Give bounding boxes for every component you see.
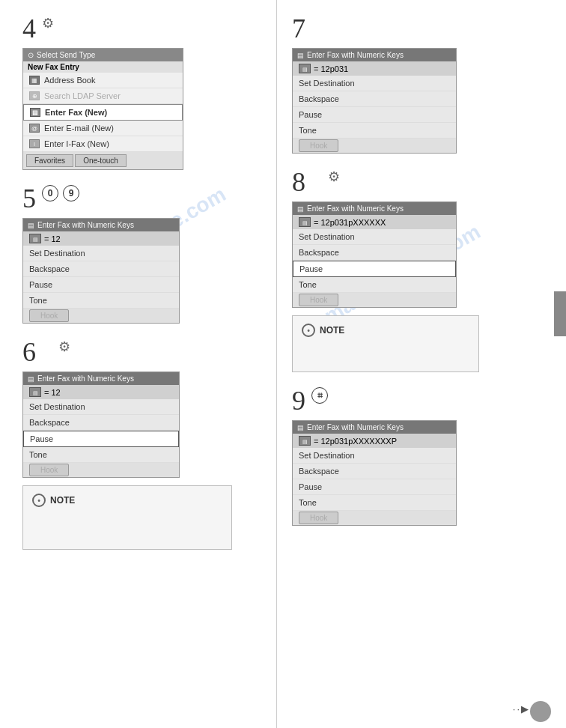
step-7-hook-btn[interactable]: Hook <box>299 139 338 152</box>
step-6-backspace[interactable]: Backspace <box>23 415 179 431</box>
step-6-gear-icon: ⚙ <box>58 339 70 355</box>
page: 4 ⚙ ⊙ Select Send Type New Fax Entry ▦ A… <box>0 0 566 728</box>
step-9-input-row: ▤ = 12p031pXXXXXXXP <box>293 434 456 448</box>
step-5-panel-title-text: Enter Fax with Numeric Keys <box>37 221 134 229</box>
step-8-note-title: NOTE <box>320 325 344 336</box>
step-6-set-destination[interactable]: Set Destination <box>23 399 179 415</box>
panel-row-enter-ifax[interactable]: I Enter I-Fax (New) <box>23 136 183 152</box>
search-ldap-label: Search LDAP Server <box>44 91 121 100</box>
step-5-backspace[interactable]: Backspace <box>23 261 179 277</box>
step-7-fax-icon: ▤ <box>299 64 311 73</box>
step-7-hook-row: Hook <box>293 139 456 153</box>
step-6-note-title: NOTE <box>50 495 75 506</box>
step-4-panel-body: New Fax Entry ▦ Address Book ⊕ Search LD… <box>23 61 183 169</box>
favorites-btn[interactable]: Favorites <box>26 154 73 167</box>
fax-input-icon: ▤ <box>29 234 41 243</box>
step-6-section: 6 ⚙ ▤ Enter Fax with Numeric Keys ▤ = 12… <box>22 339 261 550</box>
step-8-fax-icon: ▤ <box>299 217 311 227</box>
step-7-number: 7 <box>292 15 305 42</box>
side-tab[interactable] <box>554 291 566 336</box>
step-5-input-value: = 12 <box>44 234 61 243</box>
step-7-panel-title: ▤ Enter Fax with Numeric Keys <box>293 49 456 61</box>
step-6-input-row: ▤ = 12 <box>23 385 179 399</box>
panel-row-enter-email[interactable]: @ Enter E-mail (New) <box>23 121 183 136</box>
step-8-hook-btn[interactable]: Hook <box>299 294 338 306</box>
step-5-fax-panel: ▤ Enter Fax with Numeric Keys ▤ = 12 Set… <box>22 218 180 324</box>
step-7-pause[interactable]: Pause <box>293 107 456 123</box>
step-5-panel-title: ▤ Enter Fax with Numeric Keys <box>23 219 179 231</box>
step-8-panel-title: ▤ Enter Fax with Numeric Keys <box>293 202 456 215</box>
step-7-backspace[interactable]: Backspace <box>293 91 456 107</box>
step-8-panel-icon: ▤ <box>297 205 304 213</box>
step-9-set-destination[interactable]: Set Destination <box>293 448 456 464</box>
step-8-panel-title-text: Enter Fax with Numeric Keys <box>307 204 404 213</box>
step-8-note-content <box>302 342 469 364</box>
enter-fax-icon: ▤ <box>30 108 40 117</box>
step-5-set-destination[interactable]: Set Destination <box>23 246 179 261</box>
step-8-note-icon: • <box>302 324 315 337</box>
key-9: 9 <box>63 185 79 201</box>
step-7-set-destination[interactable]: Set Destination <box>293 76 456 91</box>
step-8-pause[interactable]: Pause <box>293 261 456 277</box>
step-4-number: 4 <box>22 15 36 42</box>
panel-row-enter-fax[interactable]: ▤ Enter Fax (New) <box>23 104 183 121</box>
step-9-hook-btn[interactable]: Hook <box>299 512 338 524</box>
step-9-section: 9 ⌗ ▤ Enter Fax with Numeric Keys ▤ = 12… <box>292 387 551 526</box>
step-8-tone[interactable]: Tone <box>293 277 456 293</box>
enter-email-label: Enter E-mail (New) <box>44 124 114 133</box>
step-5-number: 5 <box>22 185 36 212</box>
step-9-pause[interactable]: Pause <box>293 479 456 495</box>
address-book-icon: ▦ <box>29 76 40 85</box>
left-column: 4 ⚙ ⊙ Select Send Type New Fax Entry ▦ A… <box>0 0 277 728</box>
ldap-icon: ⊕ <box>29 91 40 100</box>
nav-circle[interactable] <box>530 701 551 722</box>
panel-footer: Favorites One-touch <box>23 152 183 169</box>
step-6-panel-title: ▤ Enter Fax with Numeric Keys <box>23 372 179 385</box>
step-6-number: 6 <box>22 339 36 365</box>
step-9-number: 9 <box>292 387 305 414</box>
address-book-label: Address Book <box>44 76 95 85</box>
step-5-section: 5 0 9 ▤ Enter Fax with Numeric Keys ▤ = … <box>22 185 261 324</box>
step-7-tone[interactable]: Tone <box>293 123 456 139</box>
step-6-header: 6 ⚙ <box>22 339 261 365</box>
step-7-input-row: ▤ = 12p031 <box>293 61 456 76</box>
step-6-hook-btn[interactable]: Hook <box>29 464 69 476</box>
step-8-set-destination[interactable]: Set Destination <box>293 229 456 245</box>
step-9-header: 9 ⌗ <box>292 387 551 414</box>
step-9-fax-icon: ▤ <box>299 436 311 446</box>
nav-arrows: · · ▶ <box>513 703 529 715</box>
step-9-tone[interactable]: Tone <box>293 495 456 511</box>
step-6-input-value: = 12 <box>44 388 61 397</box>
step-5-hook-row: Hook <box>23 309 179 323</box>
enter-fax-label: Enter Fax (New) <box>45 108 107 117</box>
step-6-pause[interactable]: Pause <box>23 431 179 447</box>
step-8-note-box: • NOTE <box>292 315 479 372</box>
step-9-panel-title-text: Enter Fax with Numeric Keys <box>307 423 404 431</box>
step-5-tone[interactable]: Tone <box>23 293 179 309</box>
step-5-pause[interactable]: Pause <box>23 277 179 293</box>
step-4-header: 4 ⚙ <box>22 15 261 42</box>
step-6-hook-row: Hook <box>23 463 179 477</box>
step-4-panel-title-bar: ⊙ Select Send Type <box>23 49 183 61</box>
step-6-fax-panel: ▤ Enter Fax with Numeric Keys ▤ = 12 Set… <box>22 371 180 478</box>
step-8-note-header: • NOTE <box>302 324 469 337</box>
step-9-backspace[interactable]: Backspace <box>293 464 456 479</box>
nav-dot1: · <box>513 703 516 715</box>
step-9-hook-row: Hook <box>293 511 456 525</box>
step-5-panel-icon: ▤ <box>28 222 34 229</box>
step-8-number: 8 <box>292 169 305 195</box>
enter-email-icon: @ <box>29 124 40 133</box>
step-8-backspace[interactable]: Backspace <box>293 245 456 261</box>
enter-ifax-icon: I <box>29 139 40 148</box>
enter-ifax-label: Enter I-Fax (New) <box>44 139 109 148</box>
panel-row-address-book[interactable]: ▦ Address Book <box>23 73 183 88</box>
step-8-fax-panel: ▤ Enter Fax with Numeric Keys ▤ = 12p031… <box>292 201 457 308</box>
panel-row-search-ldap[interactable]: ⊕ Search LDAP Server <box>23 88 183 104</box>
one-touch-btn[interactable]: One-touch <box>75 154 127 167</box>
step-4-panel-icon: ⊙ <box>28 51 34 59</box>
step-6-tone[interactable]: Tone <box>23 447 179 463</box>
step-9-panel-title: ▤ Enter Fax with Numeric Keys <box>293 421 456 434</box>
step-5-hook-btn[interactable]: Hook <box>29 309 69 322</box>
nav-arrow-right: ▶ <box>521 703 529 715</box>
step-6-fax-icon: ▤ <box>29 387 41 397</box>
